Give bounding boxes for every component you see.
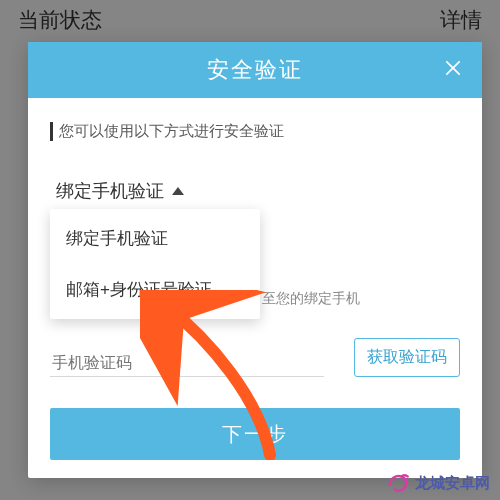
dialog-header: 安全验证 [28,42,482,98]
verification-method-dropdown: 绑定手机验证 绑定手机验证 邮箱+身份证号验证 [56,179,460,203]
verification-code-row: 获取验证码 [50,338,460,377]
dropdown-option-phone[interactable]: 绑定手机验证 [50,213,260,264]
sent-to-phone-hint: 至您的绑定手机 [262,290,360,308]
watermark-brand: 龙城安卓网 [415,474,490,493]
watermark: 龙城安卓网 [385,470,490,496]
dropdown-option-email-id[interactable]: 邮箱+身份证号验证 [50,264,260,315]
instruction-text: 您可以使用以下方式进行安全验证 [50,122,460,141]
security-verification-dialog: 安全验证 您可以使用以下方式进行安全验证 绑定手机验证 绑定手机验证 邮箱+身份… [28,42,482,478]
verification-code-input[interactable] [50,350,324,377]
get-code-button[interactable]: 获取验证码 [354,338,460,377]
dropdown-selected-label: 绑定手机验证 [56,179,164,203]
close-button[interactable] [438,55,468,85]
dropdown-menu: 绑定手机验证 邮箱+身份证号验证 [50,209,260,319]
dialog-body: 您可以使用以下方式进行安全验证 绑定手机验证 绑定手机验证 邮箱+身份证号验证 … [28,98,482,478]
close-icon [443,56,463,84]
next-step-button[interactable]: 下一步 [50,408,460,460]
dragon-logo-icon [385,470,411,496]
dropdown-toggle[interactable]: 绑定手机验证 [56,179,460,203]
caret-up-icon [172,187,184,195]
dialog-title: 安全验证 [207,55,303,85]
